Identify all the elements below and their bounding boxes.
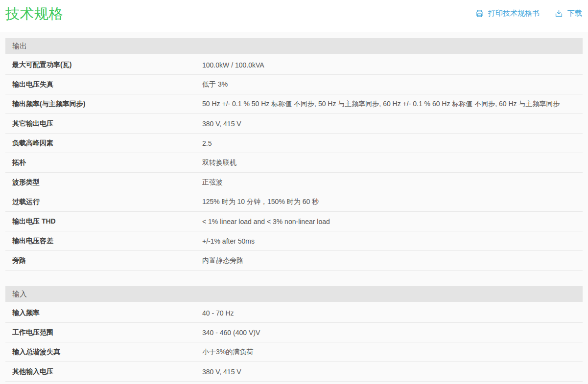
spec-row: 旁路 内置静态旁路 [5,251,583,271]
spec-row: 负载高峰因素 2.5 [5,134,583,153]
spec-row-value: 380 V, 415 V [202,120,583,128]
spec-row-value: +/-1% after 50ms [202,237,583,245]
download-link[interactable]: 下载 [554,9,582,18]
spec-row-value: 40 - 70 Hz [202,309,583,317]
print-spec-link[interactable]: 打印技术规格书 [475,9,540,18]
spec-row: 输入总谐波失真 小于3%的满负荷 [5,342,583,362]
spec-row: 输出频率(与主频率同步) 50 Hz +/- 0.1 % 50 Hz 标称值 不… [5,94,583,114]
spec-row-label: 其它输出电压 [5,119,202,128]
spec-tables: 输出 最大可配置功率(瓦) 100.0kW / 100.0kVA 输出电压失真 … [0,32,588,382]
spec-row: 其他输入电压 380 V, 415 V [5,362,583,382]
spec-row-value: 小于3%的满负荷 [202,348,583,357]
spec-row-label: 输入频率 [5,309,202,317]
spec-page: 技术规格 打印技术规格书 [0,0,588,382]
spec-row-label: 最大可配置功率(瓦) [5,61,202,69]
download-icon [554,9,564,18]
spec-row-value: < 1% linear load and < 3% non-linear loa… [202,218,583,226]
header-actions: 打印技术规格书 下载 [475,9,582,18]
spec-row-label: 输出频率(与主频率同步) [5,100,202,109]
spec-row-label: 波形类型 [5,178,202,187]
spec-section: 输入 输入频率 40 - 70 Hz 工作电压范围 340 - 460 (400… [5,286,583,382]
spec-row-value: 340 - 460 (400 V)V [202,329,583,337]
spec-row: 工作电压范围 340 - 460 (400 V)V [5,323,583,342]
print-spec-label: 打印技术规格书 [488,9,540,18]
spec-row-label: 负载高峰因素 [5,139,202,148]
spec-row-label: 输入总谐波失真 [5,348,202,357]
spec-row-value: 双转换联机 [202,158,583,167]
page-title: 技术规格 [5,7,63,21]
spec-row: 其它输出电压 380 V, 415 V [5,114,583,134]
spec-row: 波形类型 正弦波 [5,173,583,192]
spec-row: 输入频率 40 - 70 Hz [5,303,583,323]
spec-row-label: 输出电压失真 [5,80,202,89]
spec-row-value: 2.5 [202,139,583,147]
spec-row-value: 125% 时为 10 分钟，150% 时为 60 秒 [202,198,583,206]
download-label: 下载 [567,9,582,18]
page-header: 技术规格 打印技术规格书 [0,0,588,32]
section-body: 输入频率 40 - 70 Hz 工作电压范围 340 - 460 (400 V)… [5,302,583,382]
spec-row: 输出电压失真 低于 3% [5,75,583,94]
section-header: 输出 [5,38,583,54]
spec-row-value: 内置静态旁路 [202,256,583,265]
spec-row: 过载运行 125% 时为 10 分钟，150% 时为 60 秒 [5,192,583,212]
spec-row-value: 100.0kW / 100.0kVA [202,61,583,69]
spec-row-label: 过载运行 [5,198,202,206]
spec-row-label: 输出电压容差 [5,237,202,246]
section-header: 输入 [5,286,583,302]
spec-section: 输出 最大可配置功率(瓦) 100.0kW / 100.0kVA 输出电压失真 … [5,38,583,271]
spec-row-value: 低于 3% [202,80,583,89]
spec-row: 拓朴 双转换联机 [5,153,583,173]
spec-row-label: 其他输入电压 [5,367,202,376]
spec-row-label: 拓朴 [5,158,202,167]
spec-row-value: 50 Hz +/- 0.1 % 50 Hz 标称值 不同步, 50 Hz 与主频… [202,100,583,109]
spec-row: 输出电压 THD < 1% linear load and < 3% non-l… [5,212,583,231]
spec-row-label: 输出电压 THD [5,217,202,226]
spec-row: 输出电压容差 +/-1% after 50ms [5,231,583,251]
section-body: 最大可配置功率(瓦) 100.0kW / 100.0kVA 输出电压失真 低于 … [5,54,583,271]
spec-row-value: 380 V, 415 V [202,368,583,376]
spec-row: 最大可配置功率(瓦) 100.0kW / 100.0kVA [5,55,583,75]
spec-row-value: 正弦波 [202,178,583,187]
spec-row-label: 工作电压范围 [5,328,202,337]
spec-row-label: 旁路 [5,256,202,265]
printer-icon [475,9,484,18]
